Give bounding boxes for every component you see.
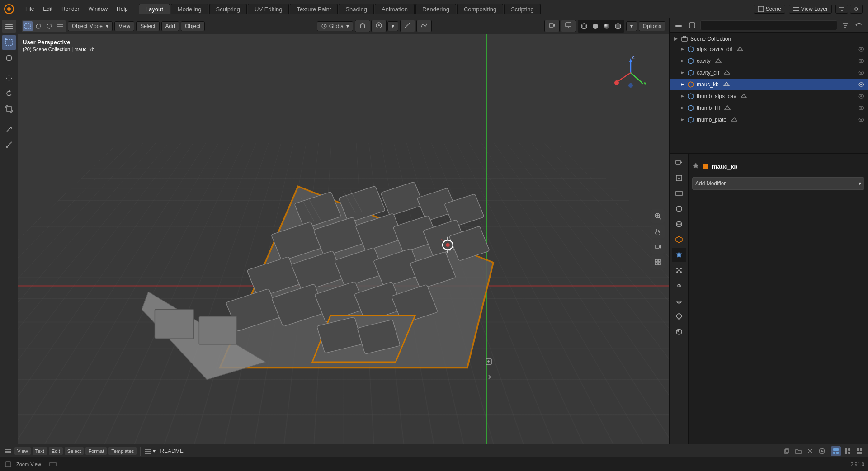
display-mode-btn[interactable] [687, 20, 698, 31]
view-btn-bar1[interactable]: View [14, 447, 31, 455]
select-box-button[interactable] [2, 35, 16, 50]
item-visibility-icon-2[interactable] [858, 58, 864, 64]
object-mode-dropdown[interactable]: Object Mode ▾ [68, 21, 113, 31]
layout-btn1-bar1[interactable] [831, 446, 841, 456]
proportional-type-dropdown[interactable]: ▾ [387, 21, 398, 31]
circle-mode-btn[interactable] [44, 21, 54, 31]
copy-btn-bar1[interactable] [782, 446, 792, 456]
filter-btn[interactable] [835, 5, 848, 14]
particles-tab[interactable] [672, 263, 686, 278]
snap-toggle[interactable] [355, 20, 370, 32]
zoom-in-btn[interactable] [651, 209, 665, 223]
item-visibility-icon-7[interactable] [858, 117, 864, 123]
outliner-menu-btn[interactable] [673, 20, 684, 31]
world-tab[interactable] [672, 217, 686, 231]
move-button[interactable] [2, 71, 16, 85]
rendered-mode[interactable] [613, 21, 623, 32]
cursor-tool-button[interactable] [2, 51, 16, 65]
tab-sculpting[interactable]: Sculpting [209, 4, 247, 14]
view-btn[interactable]: View [114, 21, 134, 31]
transform-orientation-dropdown[interactable]: Global ▾ [317, 21, 354, 31]
measure-button[interactable] [2, 137, 16, 152]
tab-texture-paint[interactable]: Texture Paint [290, 4, 338, 14]
outliner-item-thumb-fill[interactable]: thumb_fill [670, 102, 868, 114]
outliner-item-alps-cavity[interactable]: alps_cavity_dif [670, 43, 868, 55]
tab-shading[interactable]: Shading [339, 4, 374, 14]
camera-btn[interactable] [651, 240, 665, 254]
viewport-3d[interactable]: User Perspective (20) Scene Collection |… [18, 34, 669, 444]
select-btn-bar1[interactable]: Select [65, 447, 84, 455]
tab-animation[interactable]: Animation [375, 4, 415, 14]
outliner-item-thumb-plate[interactable]: thumb_plate [670, 114, 868, 126]
bar1-dropdown[interactable]: ▾ [144, 447, 156, 455]
templates-btn-bar1[interactable]: Templates [108, 447, 137, 455]
text-btn-bar1[interactable]: Text [33, 447, 47, 455]
object-props-tab[interactable] [672, 232, 686, 247]
scene-expand-tab[interactable] [481, 354, 496, 369]
blender-logo[interactable] [0, 0, 18, 18]
material-tab[interactable] [672, 325, 686, 339]
tab-compositing[interactable]: Compositing [457, 4, 503, 14]
add-modifier-btn[interactable]: Add Modifier ▾ [692, 177, 864, 190]
select-btn[interactable]: Select [136, 21, 159, 31]
pan-btn[interactable] [651, 225, 665, 238]
outliner-item-cavity-dif[interactable]: cavity_dif [670, 67, 868, 79]
mode-dropdown[interactable] [2, 20, 16, 33]
viewport-camera-btn[interactable] [544, 20, 560, 32]
filter-btn[interactable] [840, 20, 851, 31]
mixed-mode-btn[interactable] [55, 21, 65, 31]
layout-btn2-bar1[interactable] [843, 446, 853, 456]
render-menu[interactable]: Render [58, 4, 83, 14]
outliner-search[interactable] [700, 20, 837, 30]
axis-widget[interactable]: Z Y [613, 55, 649, 91]
item-visibility-icon-5[interactable] [858, 93, 864, 99]
item-visibility-icon-4[interactable] [858, 81, 864, 88]
output-props-tab[interactable] [672, 171, 686, 185]
constraints-tab[interactable] [672, 294, 686, 308]
outliner-item-cavity[interactable]: cavity [670, 55, 868, 67]
scene-arrows-tab[interactable] [481, 370, 496, 384]
add-btn[interactable]: Add [161, 21, 179, 31]
rotate-button[interactable] [2, 86, 16, 101]
item-visibility-icon-6[interactable] [858, 105, 864, 111]
object-btn[interactable]: Object [181, 21, 205, 31]
measure-btn[interactable] [400, 20, 415, 32]
pin-icon[interactable] [692, 162, 699, 169]
ortho-btn[interactable] [651, 255, 665, 269]
select-mode-btn[interactable] [23, 21, 33, 31]
wireframe-mode[interactable] [579, 21, 590, 32]
folder-btn-bar1[interactable] [793, 446, 803, 456]
view-layer-panel[interactable]: View Layer [789, 5, 832, 14]
edit-btn-bar1[interactable]: Edit [49, 447, 63, 455]
tab-layout[interactable]: Layout [139, 4, 170, 14]
item-visibility-icon[interactable] [858, 46, 864, 52]
tab-scripting[interactable]: Scripting [504, 4, 541, 14]
help-menu[interactable]: Help [113, 4, 132, 14]
tab-uv-editing[interactable]: UV Editing [248, 4, 289, 14]
outliner-item-thumb-alps[interactable]: thumb_alps_cav [670, 90, 868, 102]
play-btn-bar1[interactable] [817, 446, 827, 456]
shading-dropdown[interactable]: ▾ [626, 21, 637, 31]
modifier-tab[interactable] [672, 248, 686, 262]
material-mode[interactable] [601, 21, 612, 32]
format-btn-bar1[interactable]: Format [85, 447, 107, 455]
file-menu[interactable]: File [22, 4, 38, 14]
view-layer-tab[interactable] [672, 186, 686, 201]
options-btn[interactable]: Options [639, 21, 665, 31]
solid-mode[interactable] [590, 21, 601, 32]
tab-modeling[interactable]: Modeling [171, 4, 208, 14]
scale-button[interactable] [2, 102, 16, 116]
layout-btn3-bar1[interactable] [854, 446, 864, 456]
tab-rendering[interactable]: Rendering [415, 4, 456, 14]
proportional-edit-toggle[interactable] [371, 20, 387, 32]
edit-menu[interactable]: Edit [39, 4, 56, 14]
close-btn-bar1[interactable] [805, 446, 815, 456]
viewport-display-btn[interactable] [561, 20, 576, 32]
window-menu[interactable]: Window [85, 4, 111, 14]
scene-props-tab[interactable] [672, 202, 686, 216]
render-props-tab[interactable] [672, 155, 686, 170]
lasso-mode-btn[interactable] [33, 21, 43, 31]
item-visibility-icon-3[interactable] [858, 70, 864, 76]
status-bar-icon-1[interactable] [4, 447, 13, 456]
outliner-item-mauc-kb[interactable]: mauc_kb [670, 79, 868, 90]
